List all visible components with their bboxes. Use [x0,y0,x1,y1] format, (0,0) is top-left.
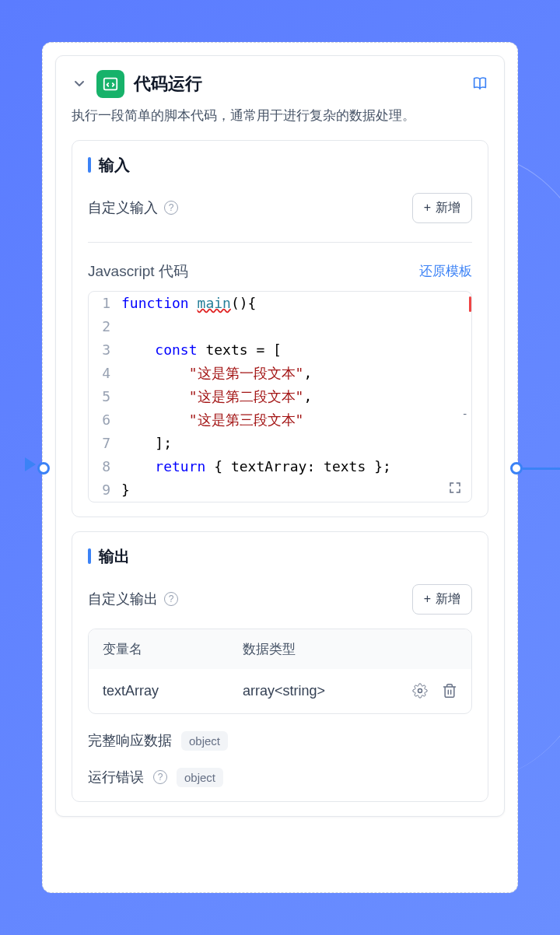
add-output-button[interactable]: + 新增 [412,584,472,615]
add-input-label: 新增 [436,200,460,216]
table-header: 变量名 数据类型 [89,629,471,669]
code-line: 5 "这是第二段文本", [89,385,471,408]
full-response-row: 完整响应数据 object [88,731,472,751]
node-canvas: 代码运行 执行一段简单的脚本代码，通常用于进行复杂的数据处理。 输入 自定义输入… [42,42,518,893]
code-node-icon [96,70,124,98]
help-icon[interactable]: ? [164,592,178,606]
output-section: 输出 自定义输出 ? + 新增 变量名 数据类型 t [72,531,488,802]
line-number: 6 [89,408,121,432]
svg-rect-0 [104,79,117,90]
output-edge-line [523,468,560,470]
line-number: 3 [89,338,121,362]
add-input-button[interactable]: + 新增 [412,193,472,223]
th-data-type: 数据类型 [243,640,395,658]
settings-icon[interactable] [412,683,428,699]
code-line: 7 ]; [89,432,471,455]
code-title: Javascript 代码 [88,261,188,282]
delete-icon[interactable] [442,683,457,699]
panel-header: 代码运行 [72,70,488,98]
node-output-port[interactable] [510,462,523,475]
input-section: 输入 自定义输入 ? + 新增 Javascript 代码 还原模板 - [72,140,488,517]
code-line: 3 const texts = [ [89,338,471,362]
plus-icon: + [424,201,431,215]
runtime-error-type-badge: object [177,768,223,787]
runtime-error-row: 运行错误 ? object [88,768,472,787]
line-number: 8 [89,455,121,478]
divider [88,242,472,243]
line-number: 9 [89,478,121,502]
full-response-type-badge: object [181,731,228,751]
input-section-title: 输入 [88,155,472,176]
accent-bar-icon [88,548,91,564]
node-input-port[interactable] [37,462,50,475]
input-port-arrow-icon [25,457,36,471]
var-type-cell: array<string> [243,683,395,699]
runtime-error-label: 运行错误 [88,768,144,786]
input-section-label: 输入 [99,155,130,176]
line-number: 7 [89,432,121,455]
reset-template-link[interactable]: 还原模板 [419,262,472,280]
output-table: 变量名 数据类型 textArray array<string> [88,629,472,714]
line-number: 2 [89,315,121,338]
accent-bar-icon [88,157,91,173]
node-description: 执行一段简单的脚本代码，通常用于进行复杂的数据处理。 [72,106,488,126]
docs-icon[interactable] [471,75,488,93]
help-icon[interactable]: ? [164,201,178,215]
th-variable-name: 变量名 [103,640,243,658]
custom-output-label: 自定义输出 [88,590,158,608]
line-number: 5 [89,385,121,408]
custom-input-label: 自定义输入 [88,198,158,217]
help-icon[interactable]: ? [153,770,167,784]
output-section-label: 输出 [99,546,130,567]
code-line: 8 return { textArray: texts }; [89,455,471,478]
code-line: 4 "这是第一段文本", [89,362,471,385]
add-output-label: 新增 [436,591,460,608]
code-line: 9} [89,478,471,502]
code-editor[interactable]: - 1function main(){2 3 const texts = [4 … [88,291,472,503]
expand-icon[interactable] [448,478,464,494]
node-title: 代码运行 [134,72,202,96]
collapse-toggle[interactable] [72,76,87,92]
output-section-title: 输出 [88,546,472,567]
full-response-label: 完整响应数据 [88,731,172,750]
plus-icon: + [424,592,431,606]
code-line: 2 [89,315,471,338]
var-name-cell: textArray [103,683,243,699]
node-panel: 代码运行 执行一段简单的脚本代码，通常用于进行复杂的数据处理。 输入 自定义输入… [55,55,505,817]
table-row: textArray array<string> [89,669,471,713]
line-number: 1 [89,292,121,315]
code-line: 6 "这是第三段文本" [89,408,471,432]
code-line: 1function main(){ [89,292,471,315]
line-number: 4 [89,362,121,385]
